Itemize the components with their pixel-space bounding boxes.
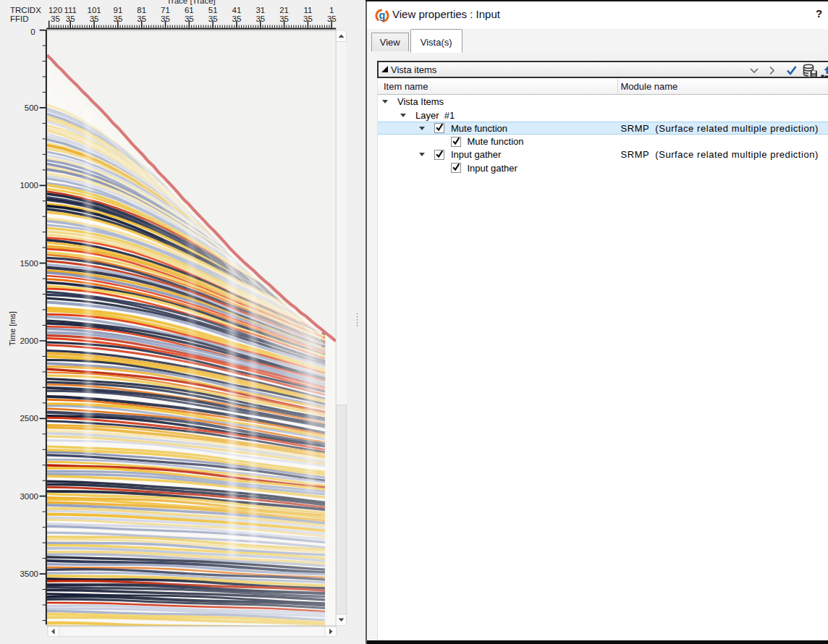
svg-text:Time [ms]: Time [ms] (8, 311, 17, 346)
svg-text:120: 120 (48, 6, 62, 14)
svg-text:FFID: FFID (10, 14, 29, 23)
svg-text:71: 71 (161, 6, 170, 14)
svg-text:3000: 3000 (20, 492, 38, 501)
svg-text:0: 0 (30, 27, 35, 36)
svg-text:500: 500 (25, 103, 38, 112)
svg-text:31: 31 (255, 6, 265, 14)
svg-text:1000: 1000 (20, 181, 38, 190)
svg-text:g: g (379, 9, 386, 21)
svg-text:41: 41 (232, 6, 242, 14)
svg-text:Trace [Trace]: Trace [Trace] (166, 0, 216, 5)
svg-text:2000: 2000 (20, 336, 38, 345)
svg-text:81: 81 (137, 6, 146, 14)
svg-text:91: 91 (114, 6, 123, 14)
svg-text:TRCIDX: TRCIDX (10, 6, 41, 14)
svg-text:21: 21 (279, 6, 289, 14)
svg-text:101: 101 (88, 6, 101, 14)
svg-text:2500: 2500 (20, 414, 38, 423)
svg-text:111: 111 (64, 6, 76, 14)
svg-text:51: 51 (208, 6, 218, 14)
svg-text:61: 61 (185, 6, 194, 14)
svg-text:11: 11 (303, 6, 312, 14)
svg-text:3500: 3500 (20, 569, 38, 578)
svg-text:1500: 1500 (20, 259, 38, 268)
svg-text:1: 1 (329, 6, 334, 14)
svg-text:35: 35 (51, 14, 60, 23)
